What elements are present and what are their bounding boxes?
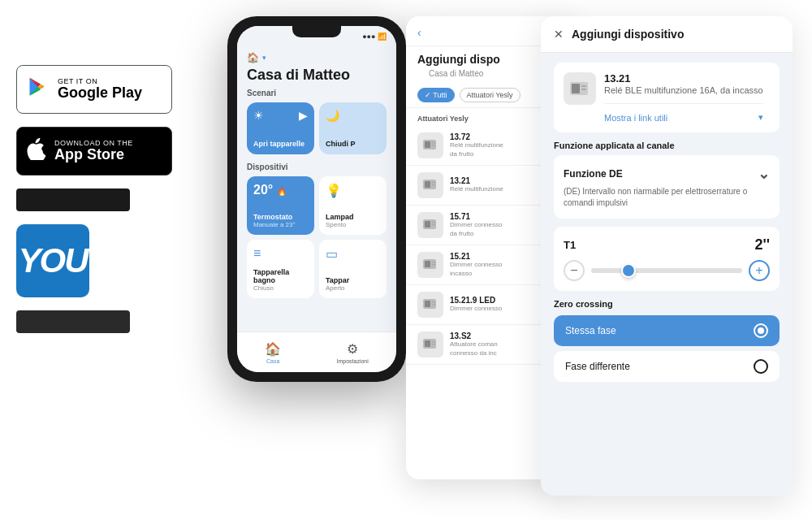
close-button[interactable]: ✕: [554, 28, 564, 41]
option1-radio[interactable]: [754, 323, 768, 338]
temp-display: 20° 🔥: [253, 183, 308, 197]
phone-screen: ●●● 📶 🏠 ▾ Casa di Matteo Scenari ☀ ▶ Apr…: [237, 26, 396, 372]
phone-frame: ●●● 📶 🏠 ▾ Casa di Matteo Scenari ☀ ▶ Apr…: [227, 16, 406, 382]
svg-rect-25: [572, 84, 580, 93]
device-summary-info: 13.21 Relé BLE multifunzione 16A, da inc…: [604, 72, 763, 123]
home-chevron: ▾: [262, 54, 266, 62]
device-summary-card: 13.21 Relé BLE multifunzione 16A, da inc…: [554, 63, 780, 132]
device-list-icon: [417, 132, 443, 158]
shutter2-card[interactable]: ▭ Tappar Aperto: [319, 240, 387, 298]
thermostat-card[interactable]: 20° 🔥 Termostato Manuale a 23°: [247, 176, 314, 235]
filter-tutti[interactable]: ✓ Tutti: [417, 88, 455, 102]
svg-rect-13: [425, 261, 430, 267]
play-icon: ▶: [299, 109, 308, 122]
svg-rect-10: [432, 222, 435, 223]
option-fase-differente[interactable]: Fase differente: [554, 351, 780, 382]
svg-rect-14: [432, 262, 435, 263]
apple-icon: [27, 137, 46, 166]
shutter1-sub: Chiuso: [253, 284, 308, 292]
t1-slider-track[interactable]: [591, 268, 742, 273]
t1-decrement-button[interactable]: −: [564, 260, 585, 281]
scenario-card-2[interactable]: 🌙 Chiudi P: [319, 102, 387, 154]
sun-icon: ☀: [253, 109, 264, 122]
device-list-icon: [417, 292, 443, 318]
option2-radio[interactable]: [754, 359, 768, 374]
function-section-title: Funzione applicata al canale: [554, 141, 780, 150]
svg-rect-1: [425, 141, 430, 148]
casa-icon: 🏠: [265, 341, 281, 357]
dispositivi-label: Dispositivi: [247, 162, 387, 171]
svg-rect-27: [581, 89, 586, 90]
t1-value: 2'': [754, 236, 770, 254]
google-play-badge[interactable]: GET IT ON Google Play: [16, 65, 172, 114]
svg-rect-23: [432, 344, 435, 345]
lamp-sub: Spento: [326, 221, 380, 228]
lamp-card[interactable]: 💡 Lampad Spento: [319, 176, 387, 235]
back-button[interactable]: ‹: [417, 26, 421, 39]
useful-links-label: Mostra i link utili: [604, 113, 667, 123]
device-list-icon: [417, 212, 443, 238]
app-store-text: Download on the App Store: [54, 139, 133, 163]
google-play-text: GET IT ON Google Play: [58, 77, 142, 102]
phone-mockup: ●●● 📶 🏠 ▾ Casa di Matteo Scenari ☀ ▶ Apr…: [227, 16, 414, 496]
function-title-text: Funzione DE: [564, 168, 623, 180]
function-label-row: Funzione DE ⌄: [564, 165, 770, 183]
right-panel-title: Aggiungi dispositivo: [572, 28, 684, 41]
device-list-icon: [417, 252, 443, 278]
t1-slider-row: − +: [564, 260, 770, 281]
phone-header: 🏠 ▾: [247, 52, 387, 63]
moon-icon: 🌙: [326, 109, 339, 122]
option2-label: Fase differente: [565, 361, 630, 372]
t1-row: T1 2'': [564, 236, 770, 254]
scenario-card-1[interactable]: ☀ ▶ Apri tapparelle: [247, 102, 314, 154]
t1-card: T1 2'' − +: [554, 227, 780, 291]
nav-casa[interactable]: 🏠 Casa: [265, 341, 281, 364]
nav-casa-label: Casa: [266, 358, 279, 364]
device-list-icon: [417, 172, 443, 198]
svg-rect-11: [432, 224, 435, 226]
svg-rect-15: [432, 264, 435, 266]
settings-icon: ⚙: [347, 341, 358, 357]
app-store-badge[interactable]: Download on the App Store: [16, 127, 172, 176]
scenarios-row: ☀ ▶ Apri tapparelle 🌙 Chiudi P: [247, 102, 387, 154]
shutter2-title: Tappar: [326, 276, 380, 284]
right-panel-content: 13.21 Relé BLE multifunzione 16A, da inc…: [541, 53, 793, 490]
svg-rect-2: [432, 142, 435, 144]
svg-rect-18: [432, 301, 435, 303]
t1-slider-thumb[interactable]: [621, 263, 636, 278]
add-device-panel: ✕ Aggiungi dispositivo 13.21 Relé BLE mu…: [541, 16, 793, 496]
shutter2-icon: ▭: [326, 246, 380, 262]
svg-rect-7: [432, 184, 435, 186]
google-play-main-text: Google Play: [58, 85, 142, 102]
svg-rect-26: [581, 85, 586, 87]
nav-impostazioni[interactable]: ⚙ Impostazioni: [337, 341, 369, 364]
t1-increment-button[interactable]: +: [749, 260, 770, 281]
flame-icon: 🔥: [277, 187, 287, 196]
you-brand-badge: YOU: [16, 224, 89, 297]
phone-notch: [292, 26, 341, 37]
svg-rect-21: [425, 340, 430, 347]
option1-label: Stessa fase: [565, 325, 616, 336]
svg-rect-5: [425, 181, 430, 188]
function-card: Funzione DE ⌄ (DE) Intervallo non riarma…: [554, 155, 780, 219]
google-play-icon: [27, 76, 50, 104]
dark-brand-bar-2: [16, 310, 130, 333]
device-list-icon: [417, 332, 443, 358]
phone-content: 🏠 ▾ Casa di Matteo Scenari ☀ ▶ Apri tapp…: [237, 47, 396, 303]
filter-yesly[interactable]: Attuatori Yesly: [460, 88, 520, 102]
phone-bottom-nav: 🏠 Casa ⚙ Impostazioni: [237, 332, 396, 372]
svg-rect-17: [425, 301, 430, 307]
scenario-1-label: Apri tapparelle: [253, 140, 308, 148]
svg-rect-9: [425, 221, 430, 228]
scenario-2-label: Chiudi P: [326, 140, 380, 148]
svg-rect-6: [432, 182, 435, 184]
useful-links[interactable]: Mostra i link utili ▾: [604, 103, 763, 123]
function-chevron-icon[interactable]: ⌄: [758, 165, 770, 183]
right-panel-header: ✕ Aggiungi dispositivo: [541, 16, 793, 53]
shutter1-card[interactable]: ≡ Tapparella bagno Chiuso: [247, 240, 314, 298]
middle-panel-title: Aggiungi dispo: [417, 53, 557, 66]
svg-rect-19: [432, 304, 435, 306]
option-stessa-fase[interactable]: Stessa fase: [554, 315, 780, 346]
device-code: 13.21: [604, 72, 763, 84]
scenario-1-top: ☀ ▶: [253, 109, 308, 122]
